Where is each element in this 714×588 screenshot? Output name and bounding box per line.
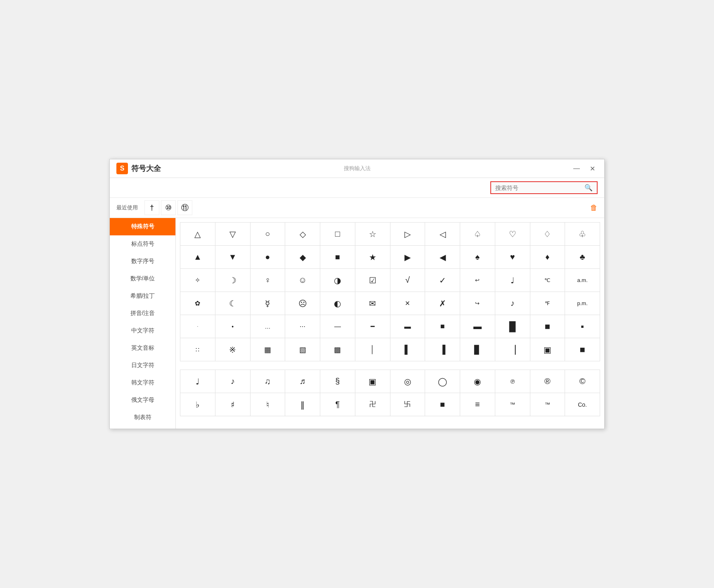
symbol-cell[interactable]: © xyxy=(565,370,600,393)
symbol-cell[interactable]: ◁ xyxy=(425,223,460,246)
symbol-cell[interactable]: ™ xyxy=(495,393,530,416)
symbol-cell[interactable]: ® xyxy=(530,370,565,393)
symbol-cell[interactable]: a.m. xyxy=(565,269,600,292)
symbol-cell[interactable]: ☺ xyxy=(285,269,320,292)
symbol-cell[interactable]: ★ xyxy=(355,246,390,269)
symbol-cell[interactable]: × xyxy=(390,292,426,315)
recent-symbol-dagger[interactable]: † xyxy=(144,200,159,215)
symbol-cell[interactable]: ↩ xyxy=(460,269,495,292)
symbol-cell[interactable]: ▪ xyxy=(565,315,600,338)
symbol-cell[interactable]: ☿ xyxy=(251,292,286,315)
symbol-cell[interactable]: ✿ xyxy=(180,292,215,315)
symbol-cell[interactable]: ■ xyxy=(425,393,460,416)
sidebar-item-japanese[interactable]: 日文字符 xyxy=(110,357,175,374)
symbol-cell[interactable]: ◉ xyxy=(460,370,495,393)
symbol-cell[interactable]: ✗ xyxy=(425,292,460,315)
symbol-cell[interactable]: … xyxy=(251,315,286,338)
symbol-cell[interactable]: ■ xyxy=(530,315,565,338)
symbol-cell[interactable]: ▲ xyxy=(180,246,215,269)
symbol-cell[interactable]: ♣ xyxy=(565,246,600,269)
symbol-cell[interactable]: │ xyxy=(355,338,390,361)
symbol-cell[interactable]: ◐ xyxy=(320,292,355,315)
symbol-cell[interactable]: ▽ xyxy=(215,223,251,246)
symbol-cell[interactable]: ◎ xyxy=(390,370,426,393)
symbol-cell[interactable]: ☾ xyxy=(215,292,251,315)
symbol-cell[interactable]: ≡ xyxy=(460,393,495,416)
symbol-cell[interactable]: ▬ xyxy=(460,315,495,338)
recent-symbol-10[interactable]: ⑩ xyxy=(161,200,176,215)
symbol-cell[interactable]: ▩ xyxy=(320,338,355,361)
symbol-cell[interactable]: ○ xyxy=(251,223,286,246)
symbol-cell[interactable]: ♧ xyxy=(565,223,600,246)
symbol-cell[interactable]: ♥ xyxy=(495,246,530,269)
symbol-cell[interactable]: — xyxy=(320,315,355,338)
symbol-cell[interactable]: ■ xyxy=(565,338,600,361)
symbol-cell[interactable]: ✓ xyxy=(425,269,460,292)
symbol-cell[interactable]: ◀ xyxy=(425,246,460,269)
symbol-cell[interactable]: ♪ xyxy=(495,292,530,315)
symbol-cell[interactable]: ▕ xyxy=(495,338,530,361)
symbol-cell[interactable]: ※ xyxy=(215,338,251,361)
symbol-cell[interactable]: Co. xyxy=(565,393,600,416)
symbol-cell[interactable]: ■ xyxy=(320,246,355,269)
symbol-cell[interactable]: ♀ xyxy=(251,269,286,292)
symbol-cell[interactable]: △ xyxy=(180,223,215,246)
sidebar-item-punctuation[interactable]: 标点符号 xyxy=(110,235,175,253)
symbol-cell[interactable]: ♠ xyxy=(460,246,495,269)
symbol-cell[interactable]: ℉ xyxy=(530,292,565,315)
symbol-cell[interactable]: ▬ xyxy=(390,315,426,338)
symbol-cell[interactable]: ✧ xyxy=(180,269,215,292)
sidebar-item-table[interactable]: 制表符 xyxy=(110,409,175,426)
symbol-cell[interactable]: ℗ xyxy=(495,370,530,393)
symbol-cell[interactable]: ♤ xyxy=(460,223,495,246)
sidebar-item-math[interactable]: 数学/单位 xyxy=(110,270,175,287)
symbol-cell[interactable]: ♯ xyxy=(215,393,251,416)
symbol-cell[interactable]: ◯ xyxy=(425,370,460,393)
sidebar-item-korean[interactable]: 韩文字符 xyxy=(110,374,175,391)
symbol-cell[interactable]: ◑ xyxy=(320,269,355,292)
sidebar-item-greek[interactable]: 希腊/拉丁 xyxy=(110,287,175,305)
symbol-cell[interactable]: ▼ xyxy=(215,246,251,269)
symbol-cell[interactable]: 卍 xyxy=(355,393,390,416)
minimize-button[interactable]: — xyxy=(571,164,582,173)
symbol-cell[interactable]: ☹ xyxy=(285,292,320,315)
close-button[interactable]: ✕ xyxy=(587,164,598,173)
symbol-cell[interactable]: ∷ xyxy=(180,338,215,361)
symbol-cell[interactable]: ♢ xyxy=(530,223,565,246)
symbol-cell[interactable]: ◆ xyxy=(285,246,320,269)
symbol-cell[interactable]: ™ xyxy=(530,393,565,416)
symbol-cell[interactable]: · xyxy=(180,315,215,338)
symbol-cell[interactable]: ♫ xyxy=(251,370,286,393)
symbol-cell[interactable]: ▣ xyxy=(530,338,565,361)
symbol-cell[interactable]: ♩ xyxy=(180,370,215,393)
symbol-cell[interactable]: ♮ xyxy=(251,393,286,416)
symbol-cell[interactable]: ♪ xyxy=(215,370,251,393)
sidebar-item-special[interactable]: 特殊符号 xyxy=(110,218,175,235)
symbol-cell[interactable]: ↪ xyxy=(460,292,495,315)
sidebar-item-phonetic[interactable]: 英文音标 xyxy=(110,339,175,357)
symbol-cell[interactable]: ‖ xyxy=(285,393,320,416)
sidebar-item-pinyin[interactable]: 拼音/注音 xyxy=(110,305,175,322)
symbol-cell[interactable]: ♬ xyxy=(285,370,320,393)
symbol-cell[interactable]: • xyxy=(215,315,251,338)
sidebar-item-russian[interactable]: 俄文字母 xyxy=(110,391,175,409)
symbol-cell[interactable]: ▶ xyxy=(390,246,426,269)
symbol-cell[interactable]: □ xyxy=(320,223,355,246)
symbol-cell[interactable]: ▦ xyxy=(251,338,286,361)
symbol-cell[interactable]: ♦ xyxy=(530,246,565,269)
symbol-cell[interactable]: ♭ xyxy=(180,393,215,416)
symbol-cell[interactable]: ━ xyxy=(355,315,390,338)
symbol-cell[interactable]: ♡ xyxy=(495,223,530,246)
symbol-cell[interactable]: ℃ xyxy=(530,269,565,292)
sidebar-item-chinese[interactable]: 中文字符 xyxy=(110,322,175,339)
symbol-cell[interactable]: ▊ xyxy=(460,338,495,361)
symbol-cell[interactable]: p.m. xyxy=(565,292,600,315)
symbol-cell[interactable]: ✉ xyxy=(355,292,390,315)
search-input[interactable] xyxy=(495,185,584,191)
symbol-cell[interactable]: ▐ xyxy=(425,338,460,361)
symbol-cell[interactable]: █ xyxy=(495,315,530,338)
symbol-cell[interactable]: √ xyxy=(390,269,426,292)
symbol-cell[interactable]: § xyxy=(320,370,355,393)
symbol-cell[interactable]: ◇ xyxy=(285,223,320,246)
symbol-cell[interactable]: ⋯ xyxy=(285,315,320,338)
